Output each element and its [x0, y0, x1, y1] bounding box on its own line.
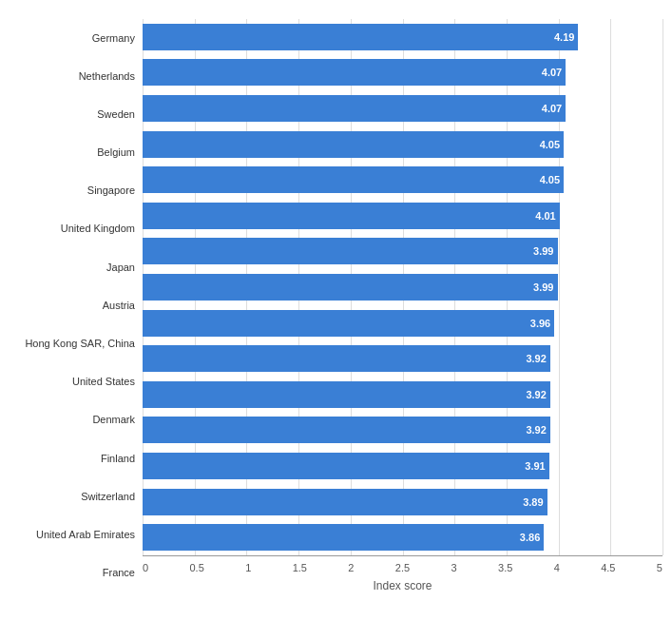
bar-row: 4.19 — [143, 21, 662, 53]
y-label: Hong Kong SAR, China — [25, 327, 135, 361]
y-label: United States — [72, 365, 135, 399]
x-tick: 4.5 — [601, 562, 615, 573]
bar-row: 4.05 — [143, 128, 662, 161]
y-label: Switzerland — [81, 479, 135, 514]
bar-value: 4.07 — [542, 67, 562, 78]
bar: 4.07 — [143, 95, 566, 122]
bar-value: 3.92 — [526, 389, 546, 400]
bar-value: 3.86 — [520, 532, 540, 543]
bar: 3.96 — [143, 310, 554, 337]
grid-line — [662, 19, 663, 555]
y-label: United Arab Emirates — [36, 518, 135, 553]
bar: 4.19 — [143, 24, 578, 50]
bar-row: 3.92 — [143, 414, 662, 446]
x-tick: 3 — [451, 562, 457, 573]
y-label: Netherlands — [79, 59, 135, 93]
bar-value: 3.92 — [526, 424, 546, 436]
bar-value: 4.05 — [540, 174, 560, 185]
bar-value: 3.99 — [533, 245, 553, 257]
bar-row: 4.07 — [143, 92, 662, 125]
bars-and-x: 4.194.074.074.054.054.013.993.993.963.92… — [143, 19, 662, 592]
x-tick: 2.5 — [395, 562, 410, 573]
y-label: Denmark — [92, 403, 135, 437]
y-label: Singapore — [87, 174, 135, 208]
y-label: United Kingdom — [61, 212, 135, 246]
bar-row: 3.89 — [143, 486, 662, 518]
bar-value: 3.89 — [523, 496, 543, 508]
x-axis-label: Index score — [143, 579, 662, 592]
bar: 4.05 — [143, 131, 564, 158]
bar: 3.92 — [143, 345, 550, 372]
bar-row: 4.01 — [143, 200, 662, 232]
bar-value: 4.07 — [542, 103, 562, 114]
chart-area: GermanyNetherlandsSwedenBelgiumSingapore… — [10, 19, 662, 592]
x-tick: 0.5 — [190, 562, 204, 573]
bar-row: 3.96 — [143, 307, 662, 339]
bar-row: 4.05 — [143, 164, 662, 196]
bar-value: 3.91 — [525, 460, 545, 472]
bar: 3.89 — [143, 489, 547, 515]
x-tick: 0 — [143, 562, 148, 573]
x-tick: 5 — [657, 562, 662, 573]
bar-row: 3.99 — [143, 271, 662, 303]
y-label: Germany — [92, 21, 135, 55]
bar-row: 3.92 — [143, 378, 662, 411]
bar-value: 4.19 — [554, 31, 574, 43]
bar-value: 3.92 — [526, 353, 546, 364]
bar-value: 4.05 — [540, 139, 560, 150]
bar-row: 3.99 — [143, 235, 662, 267]
y-label: Japan — [106, 250, 135, 284]
y-label: Belgium — [97, 136, 135, 170]
bar: 3.99 — [143, 274, 558, 301]
bar-row: 3.92 — [143, 342, 662, 375]
bar-row: 3.86 — [143, 521, 662, 553]
bar-value: 4.01 — [535, 210, 555, 222]
bar: 3.92 — [143, 417, 550, 443]
bar-row: 3.91 — [143, 450, 662, 482]
x-tick: 3.5 — [498, 562, 512, 573]
chart-container: GermanyNetherlandsSwedenBelgiumSingapore… — [0, 0, 672, 640]
y-label: Finland — [101, 441, 135, 475]
bar: 4.01 — [143, 203, 560, 229]
x-tick: 2 — [348, 562, 354, 573]
bar: 3.86 — [143, 524, 544, 551]
y-axis-labels: GermanyNetherlandsSwedenBelgiumSingapore… — [10, 19, 143, 592]
y-label: France — [103, 556, 135, 591]
x-tick: 4 — [554, 562, 560, 573]
x-tick: 1.5 — [293, 562, 307, 573]
bar-value: 3.99 — [533, 281, 553, 293]
bar: 3.99 — [143, 238, 558, 264]
y-label: Austria — [103, 288, 135, 322]
bar: 4.07 — [143, 59, 566, 86]
bars-section: 4.194.074.074.054.054.013.993.993.963.92… — [143, 19, 662, 556]
bar-value: 3.96 — [530, 318, 550, 329]
bar-row: 4.07 — [143, 56, 662, 88]
x-axis: 00.511.522.533.544.55 — [143, 556, 662, 573]
y-label: Sweden — [97, 97, 135, 131]
x-tick: 1 — [245, 562, 251, 573]
bars-rows: 4.194.074.074.054.054.013.993.993.963.92… — [143, 19, 662, 555]
bar: 3.92 — [143, 381, 550, 408]
bar: 4.05 — [143, 166, 564, 193]
bar: 3.91 — [143, 453, 549, 479]
